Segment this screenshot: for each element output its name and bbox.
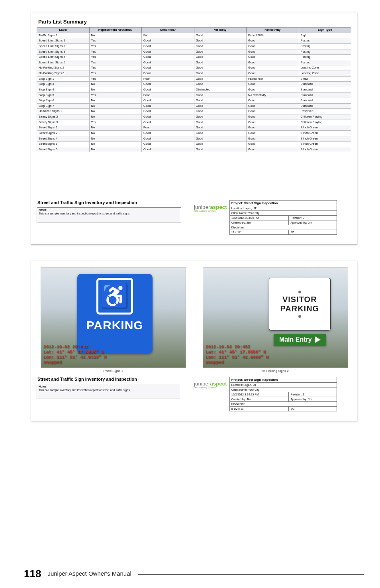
project-meta-table-2: Project: Street Sign Inspection Location… xyxy=(229,377,337,411)
table-cell: Good xyxy=(194,120,247,125)
table-cell: Fair xyxy=(142,33,194,38)
table-cell: Street Signs 5 xyxy=(37,142,90,147)
table-cell: Stop Sign 3 xyxy=(37,82,90,87)
panel-parts-summary: Parts List Summary Label Replacement Req… xyxy=(31,12,357,245)
table-cell: Good xyxy=(194,98,247,104)
table-cell: No xyxy=(89,147,142,152)
meta-cell: Created by: Jim xyxy=(229,397,289,402)
meta-row: Created by: JimApproved by: Jim xyxy=(229,397,337,402)
col-reflectivity: Reflectivity xyxy=(247,28,299,33)
table-cell: Good xyxy=(142,87,194,92)
table-row: Safety Signs 2NoGoodGoodGoodChildren Pla… xyxy=(37,114,351,120)
juniper-aspect-logo-2: juniperaspect field mapping software xyxy=(194,377,227,389)
table-cell: Yes xyxy=(89,43,142,49)
report-title: Street and Traffic Sign Inventory and In… xyxy=(37,200,181,205)
table-cell: Good xyxy=(142,120,194,125)
parts-header-row: Label Replacement Required? Condition? V… xyxy=(37,28,351,33)
table-row: Stop Sign 7NoGoodGoodGoodStandard xyxy=(37,103,351,109)
table-cell: Yes xyxy=(89,55,142,60)
meta-row: Location: Logan, UT xyxy=(229,206,337,211)
report-title-2: Street and Traffic Sign Inventory and In… xyxy=(37,377,181,382)
table-cell: 9 Inch Green xyxy=(299,142,351,147)
notes-text-2: This is a sample inventory and inspectio… xyxy=(39,389,131,391)
bolt-dot-icon xyxy=(298,291,301,293)
table-cell: Speed Limit Signs 5 xyxy=(37,60,90,65)
table-cell: Traffic Signs 1 xyxy=(37,33,90,38)
photo-2-caption: No Parking Signs 2 xyxy=(203,369,347,373)
meta-cell: Disclaimer: xyxy=(229,402,337,407)
meta-cell: Created by: Jim xyxy=(229,220,289,225)
table-cell: Good xyxy=(142,136,194,142)
table-cell: Good xyxy=(247,109,299,114)
meta-row: Client Name: Your City xyxy=(229,211,337,216)
table-row: Traffic Signs 1NoFairGoodFaded 20%Sight xyxy=(37,33,351,38)
page: Parts List Summary Label Replacement Req… xyxy=(0,0,380,588)
table-cell: Speed Limit Signs 3 xyxy=(37,49,90,55)
table-row: Speed Limit Signs 4YesGoodGoodGoodPostin… xyxy=(37,55,351,60)
table-cell: Standard xyxy=(299,103,351,109)
photo-2: VISITOR PARKING Main Entry 2012-10-02 20… xyxy=(203,267,348,368)
table-cell: No xyxy=(89,136,142,142)
photo-1: PARKING 2012-10-02 20:48Z Lat: 41° 45' 1… xyxy=(41,267,186,368)
table-cell: Children Playing xyxy=(299,114,351,120)
table-cell: Posting xyxy=(299,55,351,60)
table-cell: Poor xyxy=(142,92,194,98)
table-cell: Good xyxy=(247,147,299,152)
table-cell: Good xyxy=(142,49,194,55)
table-cell: Good xyxy=(194,92,247,98)
table-cell: Good xyxy=(194,38,247,44)
table-cell: Good xyxy=(194,125,247,131)
table-cell: Yes xyxy=(89,92,142,98)
table-cell: Yes xyxy=(89,76,142,82)
meta-cell: Revision: 3 xyxy=(289,216,337,220)
photo-2-stamp: 2012-10-02 20:48Z Lat: 41° 45' 17.6556" … xyxy=(206,344,268,366)
table-cell: No xyxy=(89,82,142,87)
table-cell: Street Signs 1 xyxy=(37,125,90,131)
table-cell: Stop Sign 4 xyxy=(37,87,90,92)
table-cell: No xyxy=(89,114,142,120)
table-cell: Street Signs 2 xyxy=(37,130,90,136)
meta-row: 10/2/2012 2:34:25 PMRevision: 3 xyxy=(229,216,337,220)
footer-rule xyxy=(138,574,364,575)
table-cell: Safety Signs 2 xyxy=(37,114,90,120)
juniper-aspect-logo: juniperaspect field mapping software xyxy=(194,200,227,212)
report-right: juniperaspect field mapping software Pro… xyxy=(194,200,351,235)
logo-word-a-2: juniper xyxy=(194,381,210,387)
meta-row: 10/2/2012 2:34:25 PMRevision: 3 xyxy=(229,392,337,397)
table-cell: Children Playing xyxy=(299,120,351,125)
notes-label-2: Notes: xyxy=(39,385,47,388)
table-cell: Good xyxy=(142,114,194,120)
logo-word-b-2: aspect xyxy=(210,381,227,387)
table-row: Stop Sign 4NoGoodObstructedGoodStandard xyxy=(37,87,351,92)
page-footer: 118 Juniper Aspect Owner's Manual xyxy=(24,558,364,580)
table-cell: Small xyxy=(299,76,351,82)
table-cell: Good xyxy=(247,130,299,136)
table-cell: No xyxy=(89,142,142,147)
meta-row: 11 x 172/3 xyxy=(229,230,337,235)
table-cell: Good xyxy=(142,55,194,60)
table-cell: Faded 20% xyxy=(247,33,299,38)
visitor-parking-sign: VISITOR PARKING xyxy=(269,278,331,330)
table-cell: Good xyxy=(247,49,299,55)
table-cell: Good xyxy=(142,109,194,114)
table-cell: Handicap Signs 1 xyxy=(37,109,90,114)
bolt-dot-icon xyxy=(298,315,301,318)
table-cell: Down xyxy=(142,71,194,77)
report-left: Street and Traffic Sign Inventory and In… xyxy=(37,200,181,222)
table-cell: Loading Zone xyxy=(299,71,351,77)
table-cell: Good xyxy=(194,55,247,60)
table-row: Street Signs 6NoGoodGoodGood9 Inch Green xyxy=(37,147,351,152)
meta-header-2: Project: Street Sign Inspection xyxy=(229,377,337,383)
table-cell: Yes xyxy=(89,65,142,71)
report-left-2: Street and Traffic Sign Inventory and In… xyxy=(37,377,181,399)
parts-table: Label Replacement Required? Condition? V… xyxy=(37,27,351,152)
table-cell: No xyxy=(89,125,142,131)
table-cell: Good xyxy=(247,82,299,87)
table-row: Speed Limit Signs 2YesGoodGoodGoodPostin… xyxy=(37,43,351,49)
table-cell: Good xyxy=(194,65,247,71)
table-cell: Good xyxy=(142,65,194,71)
table-cell: Good xyxy=(194,147,247,152)
logo-word-a: juniper xyxy=(194,204,210,210)
table-row: Street Signs 5NoGoodGoodGood9 Inch Green xyxy=(37,142,351,147)
table-row: Stop Sign 6NoGoodGoodGoodStandard xyxy=(37,98,351,104)
